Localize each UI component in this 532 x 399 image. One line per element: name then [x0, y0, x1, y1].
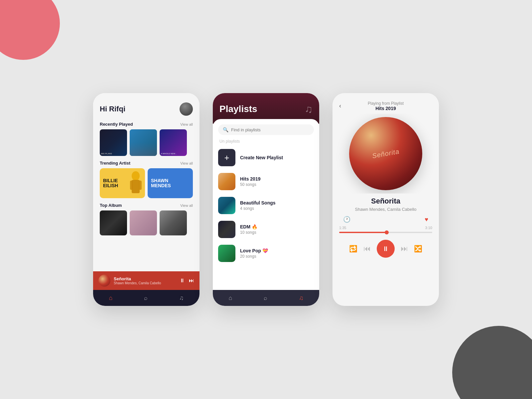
back-button[interactable]: ‹ [339, 102, 341, 109]
recently-played-title: Recently Played [100, 122, 133, 127]
top-album-1[interactable] [100, 210, 127, 235]
album-script-text: Señorita [371, 148, 400, 160]
current-time: 1:35 [339, 226, 346, 230]
top-album-2[interactable] [130, 210, 157, 235]
phone-home: Hi Rifqi Recently Played View all BIG PL… [93, 93, 200, 306]
lovepop-name: Love Pop 💝 [240, 248, 268, 253]
album-artwork: Señorita [349, 117, 422, 190]
song-actions: 🕐 ♥ [332, 212, 439, 224]
svg-rect-3 [139, 181, 142, 190]
svg-point-0 [132, 171, 140, 181]
beautiful-count: 4 songs [240, 206, 276, 211]
trending-artist-title: Trending Artist [100, 161, 130, 166]
search-input[interactable] [231, 127, 309, 132]
total-time: 3:10 [425, 226, 432, 230]
edm-thumb [218, 221, 235, 238]
home-header: Hi Rifqi [93, 93, 200, 119]
playlists-body: 🔍 Un playlists + Create New Playlist [213, 119, 319, 306]
lovepop-thumb [218, 245, 235, 262]
now-playing-info: Señorita Shawn Mendes, Camila Cabello [114, 276, 176, 285]
playing-context: Playing from Playlist [368, 101, 404, 106]
playlist-edm[interactable]: EDM 🔥 10 songs [213, 217, 319, 241]
bottom-nav-playlists: ⌂ ⌕ ♫ [213, 290, 319, 306]
nav-playlist-icon-2[interactable]: ♫ [299, 295, 304, 302]
search-bar: 🔍 [218, 124, 314, 135]
artist-billie[interactable]: BILLIE EILISH [100, 168, 145, 198]
billie-name: BILLIE EILISH [103, 178, 118, 189]
hits2019-thumb [218, 173, 235, 190]
greeting-text: Hi Rifqi [100, 105, 125, 113]
phones-container: Hi Rifqi Recently Played View all BIG PL… [0, 0, 532, 399]
playing-playlist-name: Hits 2019 [375, 106, 396, 111]
playlist-hits2019[interactable]: Hits 2019 50 songs [213, 170, 319, 194]
shawn-name: SHAWN MENDES [151, 178, 171, 189]
top-album-link[interactable]: View all [180, 203, 193, 207]
lovepop-info: Love Pop 💝 20 songs [240, 248, 268, 259]
edm-count: 10 songs [240, 230, 257, 235]
nav-playlist-icon[interactable]: ♫ [179, 295, 184, 302]
progress-bar-section: 1:35 3:10 [332, 224, 439, 236]
create-playlist-info: Create New Playlist [240, 155, 283, 160]
beautiful-info: Beautiful Songs 4 songs [240, 200, 276, 211]
beautiful-thumb [218, 197, 235, 214]
create-playlist-item[interactable]: + Create New Playlist [213, 146, 319, 170]
hits2019-name: Hits 2019 [240, 176, 260, 182]
nav-home-icon[interactable]: ⌂ [109, 295, 112, 302]
svg-rect-1 [132, 180, 140, 193]
nav-search-icon[interactable]: ⌕ [144, 295, 148, 302]
next-button[interactable]: ⏭ [401, 244, 408, 253]
top-album-title: Top Album [100, 203, 122, 208]
playlist-lovepop[interactable]: Love Pop 💝 20 songs [213, 241, 319, 265]
now-playing-artist: Shawn Mendes, Camila Cabello [114, 281, 176, 285]
clock-icon[interactable]: 🕐 [343, 216, 350, 223]
phone-now-playing: ‹ Playing from Playlist Hits 2019 Señori… [332, 93, 439, 306]
progress-track[interactable] [339, 232, 432, 233]
song-details: Señorita Shawn Mendes, Camila Cabello [332, 194, 439, 212]
album-thumb-2[interactable] [130, 129, 157, 156]
now-playing-title: Señorita [114, 276, 176, 281]
bottom-nav-home: ⌂ ⌕ ♫ [93, 290, 200, 306]
shuffle-button[interactable]: 🔀 [414, 245, 422, 253]
edm-name: EDM 🔥 [240, 224, 257, 229]
phone-playlists: Playlists ♫ 🔍 Un playlists + [213, 93, 319, 306]
pause-icon-bar[interactable]: ⏸ [180, 278, 185, 284]
edm-info: EDM 🔥 10 songs [240, 224, 257, 235]
un-playlists-label: Un playlists [213, 138, 319, 146]
next-icon-bar[interactable]: ⏭ [189, 278, 194, 284]
repeat-button[interactable]: 🔁 [349, 245, 357, 253]
svg-rect-2 [130, 181, 133, 190]
create-playlist-icon: + [218, 149, 235, 166]
trending-artist-link[interactable]: View all [180, 161, 193, 165]
album-thumb-3[interactable]: A WHOLE NEW... [160, 129, 187, 156]
progress-times: 1:35 3:10 [339, 226, 432, 230]
playback-controls: 🔁 ⏮ ⏸ ⏭ 🔀 [332, 236, 439, 264]
search-icon: 🔍 [223, 127, 228, 132]
artist-shawn[interactable]: SHAWN MENDES [148, 168, 193, 198]
now-playing-controls: ⏸ ⏭ [180, 278, 194, 284]
avatar[interactable] [180, 102, 193, 116]
music-lines-icon: ♫ [305, 104, 313, 114]
prev-button[interactable]: ⏮ [363, 244, 371, 253]
pause-button[interactable]: ⏸ [377, 240, 395, 258]
hits2019-info: Hits 2019 50 songs [240, 176, 260, 187]
top-album-3[interactable] [160, 210, 187, 235]
heart-icon[interactable]: ♥ [425, 216, 428, 223]
nav-search-icon-2[interactable]: ⌕ [264, 295, 267, 302]
recently-played-link[interactable]: View all [180, 122, 193, 126]
progress-fill [339, 232, 387, 233]
now-playing-art [98, 275, 110, 287]
progress-thumb[interactable] [385, 230, 389, 234]
album-thumb-1[interactable]: BIG PLANS [100, 129, 127, 156]
beautiful-name: Beautiful Songs [240, 200, 276, 205]
playlist-beautiful[interactable]: Beautiful Songs 4 songs [213, 194, 319, 217]
song-artist: Shawn Mendes, Camila Cabello [339, 207, 432, 212]
create-playlist-name: Create New Playlist [240, 155, 283, 160]
lovepop-count: 20 songs [240, 254, 268, 259]
hits2019-count: 50 songs [240, 182, 260, 187]
now-playing-bar[interactable]: Señorita Shawn Mendes, Camila Cabello ⏸ … [93, 271, 200, 290]
nav-home-icon-2[interactable]: ⌂ [228, 295, 232, 302]
playlists-title: Playlists [219, 104, 257, 114]
now-playing-header: ‹ Playing from Playlist Hits 2019 [332, 93, 439, 114]
song-title: Señorita [339, 197, 432, 205]
playlist-list: + Create New Playlist Hits 2019 50 songs [213, 146, 319, 306]
